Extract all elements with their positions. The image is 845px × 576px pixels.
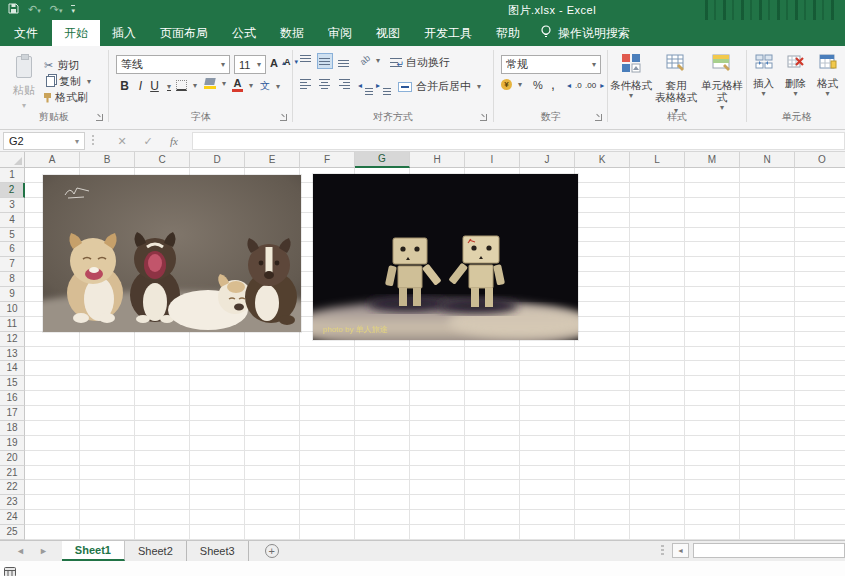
sheet-tab-sheet2[interactable]: Sheet2 [125, 541, 187, 561]
save-icon[interactable] [8, 2, 19, 18]
sheet-tab-sheet3[interactable]: Sheet3 [187, 541, 249, 561]
orientation-button[interactable]: ab [360, 55, 380, 65]
row-header-19[interactable]: 19 [0, 436, 25, 451]
merge-center-button[interactable]: 合并后居中 [398, 79, 481, 94]
insert-function-button[interactable]: fx [164, 132, 184, 150]
ribbon-tab-4[interactable]: 数据 [268, 20, 316, 46]
align-right-button[interactable] [338, 79, 350, 91]
font-color-button[interactable]: A [232, 78, 253, 92]
enter-button[interactable]: ✓ [138, 132, 158, 150]
accounting-format-button[interactable]: ¥ [501, 79, 522, 90]
column-header-O[interactable]: O [795, 152, 845, 168]
clipboard-dialog-launcher[interactable] [96, 114, 103, 121]
row-header-24[interactable]: 24 [0, 510, 25, 525]
row-header-16[interactable]: 16 [0, 391, 25, 406]
column-header-I[interactable]: I [465, 152, 520, 168]
font-name-combo[interactable]: 等线▾ [116, 55, 230, 74]
increase-indent-button[interactable]: ▸ [378, 79, 392, 91]
column-header-H[interactable]: H [410, 152, 465, 168]
formula-bar-splitter[interactable] [92, 135, 94, 147]
column-header-D[interactable]: D [190, 152, 245, 168]
ribbon-tab-6[interactable]: 视图 [364, 20, 412, 46]
row-header-3[interactable]: 3 [0, 198, 25, 213]
add-sheet-button[interactable]: + [265, 544, 279, 558]
row-header-12[interactable]: 12 [0, 332, 25, 347]
comma-style-button[interactable]: , [551, 76, 555, 92]
customize-qat-icon[interactable]: ▾ [71, 5, 75, 15]
ribbon-tab-5[interactable]: 审阅 [316, 20, 364, 46]
ribbon-tab-0[interactable]: 开始 [52, 20, 100, 46]
format-painter-button[interactable]: 格式刷 [44, 90, 88, 105]
column-header-A[interactable]: A [25, 152, 80, 168]
sheet-prev-icon[interactable]: ◄ [16, 546, 25, 556]
column-header-N[interactable]: N [740, 152, 795, 168]
row-header-14[interactable]: 14 [0, 361, 25, 376]
align-top-button[interactable] [300, 55, 312, 67]
sheet-next-icon[interactable]: ► [39, 546, 48, 556]
column-header-F[interactable]: F [300, 152, 355, 168]
hscroll-thumb[interactable] [693, 543, 845, 558]
embedded-image-danbo[interactable]: photo by 单人旅途 [313, 174, 578, 340]
column-header-C[interactable]: C [135, 152, 190, 168]
row-header-8[interactable]: 8 [0, 272, 25, 287]
cut-button[interactable]: ✂ 剪切 [44, 58, 79, 73]
redo-icon[interactable]: ↷▾ [50, 1, 63, 19]
increase-decimal-button[interactable]: ◂.0 [567, 81, 582, 90]
row-header-15[interactable]: 15 [0, 376, 25, 391]
row-header-20[interactable]: 20 [0, 451, 25, 466]
select-all-corner[interactable] [0, 152, 25, 168]
align-bottom-button[interactable] [338, 55, 350, 67]
tab-file[interactable]: 文件 [0, 20, 52, 46]
phonetic-button[interactable]: 文 [260, 79, 280, 93]
row-header-17[interactable]: 17 [0, 406, 25, 421]
font-size-combo[interactable]: 11▾ [234, 55, 266, 74]
number-dialog-launcher[interactable] [595, 114, 602, 121]
column-header-E[interactable]: E [245, 152, 300, 168]
row-header-7[interactable]: 7 [0, 257, 25, 272]
name-box[interactable]: G2 ▾ [3, 132, 85, 150]
align-left-button[interactable] [300, 79, 312, 91]
ribbon-tab-7[interactable]: 开发工具 [412, 20, 484, 46]
row-header-5[interactable]: 5 [0, 228, 25, 243]
fill-color-button[interactable] [204, 78, 226, 89]
align-center-button[interactable] [318, 79, 330, 91]
row-header-1[interactable]: 1 [0, 168, 25, 183]
percent-style-button[interactable]: % [533, 79, 543, 91]
column-header-L[interactable]: L [630, 152, 685, 168]
underline-button[interactable]: U [148, 79, 171, 93]
row-header-6[interactable]: 6 [0, 242, 25, 257]
borders-button[interactable] [176, 80, 197, 91]
align-middle-button[interactable] [318, 54, 332, 68]
row-header-2[interactable]: 2 [0, 183, 25, 198]
column-header-M[interactable]: M [685, 152, 740, 168]
copy-button[interactable]: 复制 [44, 74, 91, 89]
column-header-J[interactable]: J [520, 152, 575, 168]
paste-button[interactable]: 粘贴 ▾ [6, 54, 42, 112]
undo-icon[interactable]: ↶▾ [28, 1, 41, 19]
embedded-image-puppies[interactable] [43, 175, 301, 332]
row-header-22[interactable]: 22 [0, 480, 25, 495]
column-header-K[interactable]: K [575, 152, 630, 168]
row-header-18[interactable]: 18 [0, 421, 25, 436]
alignment-dialog-launcher[interactable] [480, 114, 487, 121]
tell-me-search[interactable]: 操作说明搜索 [540, 20, 630, 46]
ribbon-tab-8[interactable]: 帮助 [484, 20, 532, 46]
ribbon-tab-1[interactable]: 插入 [100, 20, 148, 46]
row-header-9[interactable]: 9 [0, 287, 25, 302]
italic-button[interactable]: I [134, 79, 147, 93]
column-header-G[interactable]: G [355, 152, 410, 168]
column-header-B[interactable]: B [80, 152, 135, 168]
row-header-21[interactable]: 21 [0, 466, 25, 481]
sheet-tab-sheet1[interactable]: Sheet1 [62, 541, 125, 561]
wrap-text-button[interactable]: ↵ 自动换行 [390, 55, 450, 70]
decrease-indent-button[interactable]: ◂ [360, 79, 374, 91]
formula-input[interactable] [192, 132, 845, 150]
cancel-button[interactable]: ✕ [112, 132, 132, 150]
number-format-combo[interactable]: 常规▾ [501, 55, 601, 74]
row-header-10[interactable]: 10 [0, 302, 25, 317]
row-header-25[interactable]: 25 [0, 525, 25, 540]
row-header-13[interactable]: 13 [0, 347, 25, 362]
row-header-11[interactable]: 11 [0, 317, 25, 332]
tabbar-splitter[interactable] [661, 545, 664, 556]
ribbon-tab-2[interactable]: 页面布局 [148, 20, 220, 46]
